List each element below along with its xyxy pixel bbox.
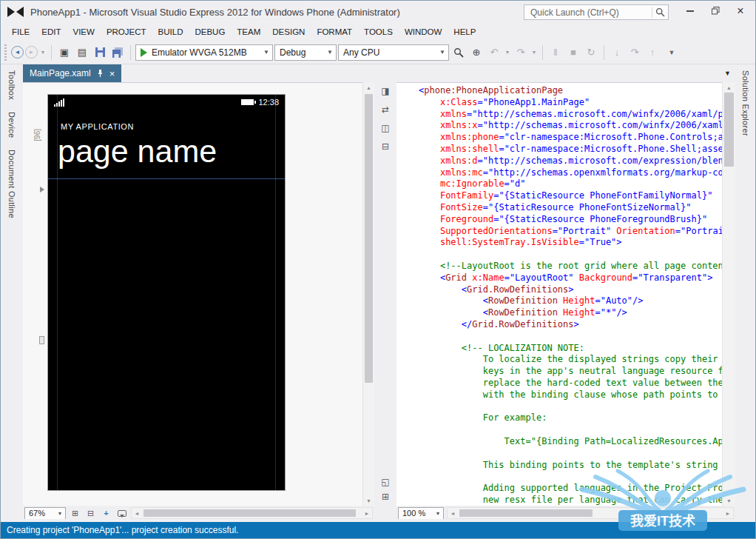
scroll-right-icon[interactable]: ► xyxy=(723,508,733,518)
designer-hscroll-thumb[interactable] xyxy=(144,509,356,517)
right-tab-strip: Solution Explorer xyxy=(735,64,755,519)
solution-configuration-select[interactable]: Debug ▼ xyxy=(274,44,337,61)
menu-help[interactable]: HELP xyxy=(448,24,482,39)
find-in-files-icon[interactable] xyxy=(450,44,467,61)
code-line: mc:Ignorable="d" xyxy=(419,178,722,190)
code-line: new resx file per language that can carr… xyxy=(419,495,722,506)
zoom-caret-icon[interactable]: ▼ xyxy=(433,511,443,516)
scroll-left-icon[interactable]: ◄ xyxy=(448,508,458,518)
undo-caret-icon[interactable]: ▼ xyxy=(504,44,511,61)
xaml-designer-surface[interactable]: [96] 12:38 MY APPLICATION page name xyxy=(23,82,362,506)
editor-zoom-select[interactable]: 100 % ▼ xyxy=(398,507,444,520)
quick-launch-box[interactable]: Quick Launch (Ctrl+Q) xyxy=(524,4,669,20)
menu-project[interactable]: PROJECT xyxy=(101,24,152,39)
save-icon[interactable] xyxy=(92,44,108,61)
show-snap-grid-icon[interactable]: ⊟ xyxy=(84,507,97,520)
menu-view[interactable]: VIEW xyxy=(67,24,101,39)
menu-edit[interactable]: EDIT xyxy=(36,24,67,39)
scroll-up-icon[interactable]: ▲ xyxy=(363,82,374,93)
code-line: Text="{Binding Path=LocalizedResources.A… xyxy=(419,436,722,448)
step-over-icon[interactable]: ↷ xyxy=(627,44,643,61)
tab-mainpage-xaml[interactable]: MainPage.xaml × xyxy=(23,64,121,82)
design-xaml-splitter[interactable]: ◨ ⇄ ◫ ⊟ ◱ ⊞ xyxy=(374,82,396,506)
page-title-textblock[interactable]: page name xyxy=(58,135,285,168)
panel-tab-document-outline[interactable]: Document Outline xyxy=(7,150,16,218)
designer-zoom-select[interactable]: 67% ▼ xyxy=(24,507,66,520)
fit-all-icon[interactable]: ⊞ xyxy=(69,507,81,520)
phone-artboard[interactable]: 12:38 MY APPLICATION page name xyxy=(47,94,286,491)
debug-target-caret-icon[interactable]: ▼ xyxy=(260,45,272,60)
attach-to-process-icon[interactable]: ⊕ xyxy=(468,44,485,61)
show-annotations-icon[interactable] xyxy=(115,507,128,520)
new-project-icon[interactable]: ▣ xyxy=(56,44,72,61)
designer-horizontal-scrollbar[interactable]: ◄ ► xyxy=(131,507,373,519)
redo-caret-icon[interactable]: ▼ xyxy=(530,44,538,61)
swap-panes-icon[interactable]: ⇄ xyxy=(382,105,389,114)
configuration-caret-icon[interactable]: ▼ xyxy=(324,45,336,60)
snap-to-snaplines-icon[interactable]: + xyxy=(100,507,112,520)
minimize-button[interactable] xyxy=(678,1,703,21)
close-button[interactable]: × xyxy=(728,1,753,21)
scroll-left-icon[interactable]: ◄ xyxy=(132,508,142,518)
step-out-icon[interactable]: ↑ xyxy=(644,44,661,61)
scroll-down-icon[interactable]: ▼ xyxy=(363,495,374,506)
break-all-icon[interactable]: ‖ xyxy=(547,44,564,61)
navigate-back-icon[interactable]: ◄ xyxy=(11,46,24,58)
step-into-icon[interactable]: ↓ xyxy=(609,44,625,61)
editor-hscroll-thumb[interactable] xyxy=(459,509,593,517)
zoom-caret-icon[interactable]: ▼ xyxy=(55,511,65,516)
restore-button[interactable] xyxy=(703,1,728,21)
platform-caret-icon[interactable]: ▼ xyxy=(436,45,448,60)
open-file-icon[interactable]: ▤ xyxy=(74,44,90,61)
code-line: FontFamily="{StaticResource PhoneFontFam… xyxy=(419,190,722,202)
menu-team[interactable]: TEAM xyxy=(231,24,266,39)
annotation-bubble-icon xyxy=(118,510,126,517)
menu-tools[interactable]: TOOLS xyxy=(358,24,399,39)
collapse-pane-icon[interactable]: ◨ xyxy=(381,87,389,96)
redo-icon[interactable]: ↷ xyxy=(513,44,529,61)
scroll-right-icon[interactable]: ► xyxy=(362,508,372,518)
designer-vscroll-thumb[interactable] xyxy=(365,94,373,383)
save-all-icon[interactable] xyxy=(109,44,126,61)
split-orientation-icon[interactable]: ⊞ xyxy=(382,492,389,501)
pin-tab-icon[interactable] xyxy=(97,69,104,78)
grid-row-marker[interactable] xyxy=(40,187,44,192)
panel-tab-toolbox[interactable]: Toolbox xyxy=(7,70,16,100)
vertical-split-icon[interactable]: ◫ xyxy=(381,124,389,133)
menu-design[interactable]: DESIGN xyxy=(266,24,311,39)
grid-row-resize-handle[interactable] xyxy=(39,336,44,344)
scroll-down-icon[interactable]: ▼ xyxy=(723,495,735,506)
panel-tab-device[interactable]: Device xyxy=(7,112,16,138)
stop-debug-icon[interactable]: ■ xyxy=(565,44,581,61)
designer-vertical-scrollbar[interactable]: ▲ ▼ xyxy=(362,82,374,506)
editor-vertical-scrollbar[interactable]: ▲ ▼ xyxy=(722,82,735,506)
panel-tab-solution-explorer[interactable]: Solution Explorer xyxy=(741,70,750,136)
menu-window[interactable]: WINDOW xyxy=(399,24,448,39)
code-line: Adding supported languages in the Projec… xyxy=(419,483,722,495)
expand-pane-icon[interactable]: ◱ xyxy=(381,478,389,486)
menu-format[interactable]: FORMAT xyxy=(311,24,358,39)
restart-icon[interactable]: ↻ xyxy=(583,44,599,61)
app-title-textblock[interactable]: MY APPLICATION xyxy=(61,122,285,131)
xaml-code-editor[interactable]: <phone:PhoneApplicationPage x:Class="Pho… xyxy=(396,82,722,506)
menu-build[interactable]: BUILD xyxy=(152,24,189,39)
scroll-up-icon[interactable]: ▲ xyxy=(723,82,735,93)
tab-list-chevron-icon[interactable]: ▼ xyxy=(724,70,731,77)
solution-platform-select[interactable]: Any CPU ▼ xyxy=(338,44,449,61)
search-icon[interactable] xyxy=(655,7,665,17)
code-line xyxy=(419,401,722,413)
navigation-history-caret-icon[interactable]: ▼ xyxy=(39,44,47,61)
editor-horizontal-scrollbar[interactable]: ◄ ► xyxy=(447,507,734,519)
menu-debug[interactable]: DEBUG xyxy=(189,24,231,39)
designer-zoom-value: 67% xyxy=(29,509,55,518)
menu-file[interactable]: FILE xyxy=(6,24,36,39)
undo-icon[interactable]: ↶ xyxy=(486,44,502,61)
solution-configuration-value: Debug xyxy=(280,47,324,58)
toolbar-grip[interactable] xyxy=(4,44,7,61)
close-tab-icon[interactable]: × xyxy=(109,69,115,78)
start-debug-button[interactable]: Emulator WVGA 512MB ▼ xyxy=(135,44,273,61)
editor-vscroll-thumb[interactable] xyxy=(724,93,734,167)
horizontal-split-icon[interactable]: ⊟ xyxy=(382,142,389,151)
toolbar-overflow-icon[interactable]: ▼ xyxy=(664,44,680,61)
navigate-forward-icon[interactable]: ► xyxy=(25,46,38,58)
